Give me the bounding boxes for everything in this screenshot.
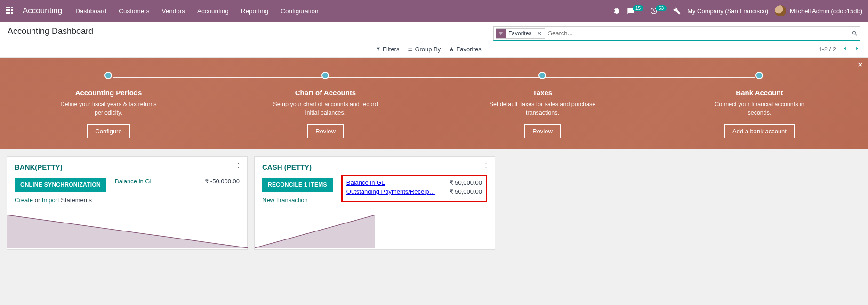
activities-icon[interactable]: 53 <box>650 7 667 15</box>
svg-rect-8 <box>11 12 13 14</box>
svg-rect-0 <box>6 7 8 8</box>
statements-text: Statements <box>61 197 92 204</box>
step-action-review[interactable]: Review <box>307 124 344 138</box>
sparkline-chart <box>7 215 248 248</box>
facet-label: Favorites <box>506 30 534 37</box>
menu-reporting[interactable]: Reporting <box>241 8 269 15</box>
step-desc: Setup your chart of accounts and record … <box>271 100 379 117</box>
menu-customers[interactable]: Customers <box>119 8 149 15</box>
search-box[interactable]: Favorites ✕ <box>493 26 860 41</box>
pager: 1-2 / 2 <box>819 45 860 53</box>
balance-highlight-box: Balance in GL ₹ 50,000.00 Outstanding Pa… <box>341 175 487 202</box>
top-nav: Accounting Dashboard Customers Vendors A… <box>0 0 868 22</box>
step-title: Accounting Periods <box>13 89 204 97</box>
balance-gl-value: ₹ -50,000.00 <box>205 178 240 185</box>
onboarding-banner: ✕ Accounting Periods Define your fiscal … <box>0 58 868 149</box>
svg-rect-3 <box>6 9 8 11</box>
outstanding-link[interactable]: Outstanding Payments/Receip… <box>346 188 435 195</box>
step-desc: Set default Taxes for sales and purchase… <box>488 100 596 117</box>
card-title[interactable]: CASH (PETTY) <box>262 163 487 171</box>
step-desc: Define your fiscal years & tax returns p… <box>54 100 162 117</box>
dashboard-kanban: ⋮ BANK(PETTY) ONLINE SYNCHRONIZATION Cre… <box>0 149 868 256</box>
svg-rect-6 <box>6 12 8 14</box>
pager-next[interactable] <box>854 45 860 53</box>
app-brand[interactable]: Accounting <box>23 6 62 16</box>
facet-remove[interactable]: ✕ <box>534 30 545 37</box>
company-selector[interactable]: My Company (San Francisco) <box>687 8 768 15</box>
search-tools: Filters Group By Favorites <box>376 46 482 53</box>
bug-icon[interactable] <box>613 7 620 15</box>
messages-icon[interactable]: 15 <box>627 7 643 15</box>
step-dot <box>755 72 763 79</box>
user-menu[interactable]: Mitchell Admin (odoo15db) <box>775 5 862 16</box>
import-link[interactable]: Import <box>42 197 59 204</box>
card-menu-icon[interactable]: ⋮ <box>235 161 241 168</box>
funnel-icon <box>496 29 506 38</box>
card-cash-petty: ⋮ CASH (PETTY) RECONCILE 1 ITEMS New Tra… <box>254 156 495 250</box>
step-dot <box>538 72 546 79</box>
svg-rect-2 <box>11 7 13 8</box>
menu-accounting[interactable]: Accounting <box>197 8 229 15</box>
nav-right: 15 53 My Company (San Francisco) Mitchel… <box>613 5 862 16</box>
search-input[interactable] <box>545 28 852 39</box>
sparkline-chart <box>255 215 496 248</box>
svg-rect-5 <box>11 9 13 11</box>
online-sync-button[interactable]: ONLINE SYNCHRONIZATION <box>15 178 106 192</box>
card-title[interactable]: BANK(PETTY) <box>15 163 240 171</box>
onboard-step-taxes: Taxes Set default Taxes for sales and pu… <box>447 72 638 138</box>
user-name: Mitchell Admin (odoo15db) <box>790 8 862 15</box>
menu-vendors[interactable]: Vendors <box>161 8 185 15</box>
balance-gl-link[interactable]: Balance in GL <box>115 178 153 185</box>
groupby-button[interactable]: Group By <box>408 46 441 53</box>
onboard-step-coa: Chart of Accounts Setup your chart of ac… <box>230 72 421 138</box>
tools-icon[interactable] <box>673 7 681 15</box>
step-dot <box>104 72 112 79</box>
reconcile-button[interactable]: RECONCILE 1 ITEMS <box>262 178 333 192</box>
step-title: Bank Account <box>664 89 855 97</box>
avatar <box>775 5 786 16</box>
create-link[interactable]: Create <box>15 197 33 204</box>
search-facet-favorites: Favorites ✕ <box>496 28 545 39</box>
step-title: Taxes <box>447 89 638 97</box>
favorites-label: Favorites <box>456 46 481 53</box>
card-menu-icon[interactable]: ⋮ <box>483 161 489 168</box>
page-title: Accounting Dashboard <box>8 26 93 36</box>
pager-count: 1-2 / 2 <box>819 46 836 53</box>
onboard-step-periods: Accounting Periods Define your fiscal ye… <box>13 72 204 138</box>
cash-balance-gl-value: ₹ 50,000.00 <box>450 179 482 186</box>
card-bank-petty: ⋮ BANK(PETTY) ONLINE SYNCHRONIZATION Cre… <box>7 156 248 250</box>
step-dot <box>321 72 329 79</box>
menu-dashboard[interactable]: Dashboard <box>75 8 106 15</box>
create-import-line: Create or Import Statements <box>15 197 106 204</box>
filters-label: Filters <box>383 46 399 53</box>
or-text: or <box>35 197 40 204</box>
new-transaction-link[interactable]: New Transaction <box>262 197 308 204</box>
step-action-configure[interactable]: Configure <box>87 124 129 138</box>
search-icon[interactable] <box>852 30 858 37</box>
menu-configuration[interactable]: Configuration <box>281 8 318 15</box>
favorites-button[interactable]: Favorites <box>449 46 481 53</box>
activities-badge: 53 <box>656 5 667 11</box>
step-action-review[interactable]: Review <box>524 124 561 138</box>
main-menu: Dashboard Customers Vendors Accounting R… <box>75 8 609 15</box>
onboard-step-bank: Bank Account Connect your financial acco… <box>664 72 855 138</box>
svg-rect-1 <box>8 7 10 8</box>
outstanding-value: ₹ 50,000.00 <box>450 188 482 195</box>
groupby-label: Group By <box>415 46 441 53</box>
step-action-add-bank[interactable]: Add a bank account <box>724 124 795 138</box>
cash-balance-gl-link[interactable]: Balance in GL <box>346 179 385 186</box>
filters-button[interactable]: Filters <box>376 46 399 53</box>
step-desc: Connect your financial accounts in secon… <box>705 100 813 117</box>
messages-badge: 15 <box>633 5 643 11</box>
pager-prev[interactable] <box>842 45 848 53</box>
apps-icon[interactable] <box>6 7 17 16</box>
step-title: Chart of Accounts <box>230 89 421 97</box>
svg-rect-7 <box>8 12 10 14</box>
control-panel: Accounting Dashboard Favorites ✕ <box>0 22 868 58</box>
svg-rect-4 <box>8 9 10 11</box>
